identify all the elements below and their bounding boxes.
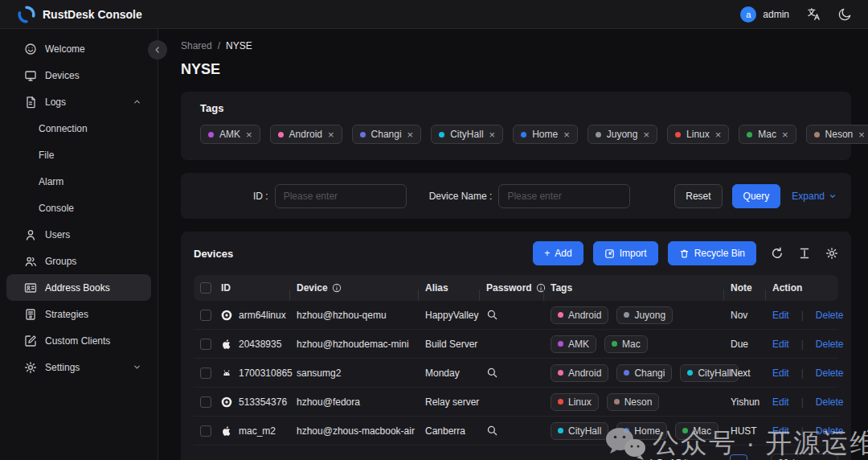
sidebar-collapse-button[interactable] [148,40,167,60]
tag-label: Changi [371,129,402,140]
page-size-select[interactable]: 20 / page [771,454,838,460]
tag-label: Juyong [634,310,665,321]
column-header-alias: Alias [425,282,448,294]
app-title: RustDesk Console [43,8,142,21]
tag-remove-icon[interactable]: × [782,129,788,140]
edit-link[interactable]: Edit [772,339,789,350]
tag-color-dot [747,132,752,138]
edit-link[interactable]: Edit [772,425,789,437]
sidebar-item-custom-clients[interactable]: Custom Clients [6,327,151,354]
column-settings-icon[interactable] [825,247,838,260]
import-label: Import [620,248,647,259]
tag-label: CityHall [450,129,483,140]
tag-remove-icon[interactable]: × [328,129,334,140]
page-number-button[interactable]: 1 [730,454,747,460]
id-filter-input[interactable] [275,184,407,208]
row-checkbox[interactable] [200,339,211,350]
prev-page-button[interactable]: ‹ [715,457,723,460]
delete-link[interactable]: Delete [816,339,844,350]
tag-remove-icon[interactable]: × [563,129,570,140]
tag-label: Home [532,129,558,140]
view-password-icon[interactable] [486,367,498,379]
column-header-note: Note [731,282,752,294]
edit-link[interactable]: Edit [772,310,789,321]
reset-button[interactable]: Reset [674,184,722,208]
tag-chip: AMK [551,335,596,353]
tag-color-dot [558,370,563,376]
sidebar-item-welcome[interactable]: Welcome [6,35,151,62]
query-button[interactable]: Query [732,184,781,208]
tag-color-dot [624,370,629,376]
tag-color-dot [278,132,284,138]
tag-remove-icon[interactable]: × [643,129,649,140]
table-row: 20438935 hzhou@hzhoudemac-mini Build Ser… [194,330,838,359]
sidebar-item-devices[interactable]: Devices [6,62,151,88]
sidebar-item-settings[interactable]: Settings [6,354,151,380]
device-note: Next [731,368,751,379]
tag-label: Mac [758,129,776,140]
sidebar-item-file[interactable]: File [0,142,158,168]
language-icon[interactable] [807,7,821,21]
import-icon [604,248,615,259]
action-separator: | [801,368,804,379]
refresh-icon[interactable] [771,247,784,260]
sidebar-item-groups[interactable]: Groups [6,248,151,274]
sidebar-item-label: Welcome [45,43,141,55]
row-checkbox[interactable] [200,368,211,379]
breadcrumb-parent[interactable]: Shared [181,40,212,51]
tag-color-dot [208,132,214,138]
device-name: hzhou@hzhou-qemu [297,310,387,321]
tag-remove-icon[interactable]: × [858,129,865,140]
dark-mode-icon[interactable] [838,7,852,21]
recycle-bin-button[interactable]: Recycle Bin [668,241,756,265]
row-checkbox[interactable] [200,310,211,321]
add-device-button[interactable]: + Add [533,241,583,265]
tags-list: AMK× Android× Changi× CityHall× Home× Ju… [200,125,832,144]
sidebar-item-users[interactable]: Users [6,221,151,248]
tag-label: Linux [568,396,592,408]
breadcrumb-current: NYSE [226,40,252,51]
tag-remove-icon[interactable]: × [407,129,414,140]
tag-remove-icon[interactable]: × [715,129,722,140]
edit-link[interactable]: Edit [772,396,789,408]
delete-link[interactable]: Delete [816,396,844,408]
edit-link[interactable]: Edit [772,368,789,379]
delete-link[interactable]: Delete [816,310,844,321]
sidebar-item-alarm[interactable]: Alarm [0,168,158,195]
tag-label: Mac [622,339,641,350]
device-name: hzhou@fedora [297,396,360,408]
tag-chip: Linux× [667,125,729,144]
sidebar-item-strategies[interactable]: Strategies [6,301,151,327]
sidebar-item-logs[interactable]: Logs [6,88,151,115]
device-name-filter-input[interactable] [498,184,630,208]
tag-remove-icon[interactable]: × [489,129,496,140]
user-menu[interactable]: a admin [740,6,789,23]
sidebar-item-label: Custom Clients [45,335,141,347]
tag-chip: Mac× [739,125,796,144]
device-id: 1700310865 [239,368,293,379]
device-id: 513354376 [239,396,287,408]
view-password-icon[interactable] [486,425,498,437]
row-density-icon[interactable] [798,247,811,260]
tag-remove-icon[interactable]: × [246,129,252,140]
row-checkbox[interactable] [200,396,211,408]
sidebar-item-console[interactable]: Console [0,195,158,221]
sidebar-item-address-books[interactable]: Address Books [6,274,151,301]
delete-link[interactable]: Delete [816,425,844,437]
tag-chip: Linux [551,393,599,411]
tag-chip: Changi [616,364,672,382]
select-all-checkbox[interactable] [200,282,211,294]
import-button[interactable]: Import [593,241,658,265]
delete-link[interactable]: Delete [816,368,844,379]
tag-chip: Neson [607,393,660,411]
column-header-tags: Tags [551,282,572,294]
devices-table: ID Device Alias Password Tags Note Actio… [194,275,838,446]
tag-color-dot [614,399,620,405]
expand-link[interactable]: Expand [792,191,837,202]
row-checkbox[interactable] [200,425,211,437]
smile-icon [24,43,37,55]
sidebar-item-connection[interactable]: Connection [0,115,158,142]
next-page-button[interactable]: › [755,457,763,460]
tag-chip: Mac [604,335,648,353]
view-password-icon[interactable] [486,309,498,321]
